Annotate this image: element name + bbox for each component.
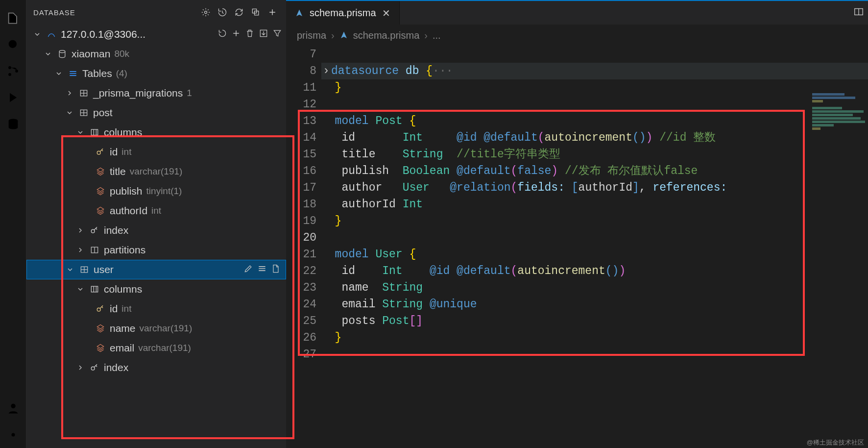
- conn-add-icon[interactable]: [231, 28, 241, 41]
- tables-label: Tables: [82, 68, 112, 79]
- conn-delete-icon[interactable]: [245, 28, 255, 41]
- editor-body[interactable]: 7 8 11 12 13 14 15 16 17 18 19 20 21 22 …: [286, 46, 868, 448]
- activity-run-icon[interactable]: [0, 84, 26, 111]
- sidebar-title: DATABASE: [33, 8, 196, 17]
- user-columns[interactable]: columns: [26, 279, 286, 299]
- plus-icon[interactable]: [265, 5, 279, 19]
- tables-folder[interactable]: Tables (4): [26, 64, 286, 83]
- chevron-down-icon: [32, 30, 42, 38]
- col-name: name: [110, 323, 136, 334]
- svg-point-15: [97, 151, 100, 154]
- database-tree: 127.0.0.1@3306... xiaoman 80k Tables (4): [26, 25, 286, 448]
- chevron-down-icon: [75, 128, 85, 136]
- post-col-title[interactable]: title varchar(191): [26, 162, 286, 181]
- col-type: int: [121, 147, 131, 157]
- activity-scm-icon[interactable]: [0, 58, 26, 84]
- col-type: int: [151, 205, 161, 216]
- column-icon: [95, 206, 106, 216]
- partitions-icon: [89, 245, 100, 255]
- col-name: id: [110, 303, 118, 315]
- column-icon: [95, 343, 106, 353]
- connection-row[interactable]: 127.0.0.1@3306...: [26, 25, 286, 44]
- svg-point-16: [91, 229, 95, 233]
- chevron-right-icon: [75, 246, 85, 254]
- edit-icon[interactable]: [243, 264, 253, 276]
- conn-filter-icon[interactable]: [272, 28, 282, 41]
- tab-schema-prisma[interactable]: schema.prisma ✕: [286, 1, 400, 25]
- database-icon: [57, 49, 68, 59]
- table-prisma-migrations[interactable]: _prisma_migrations 1: [26, 83, 286, 103]
- post-col-authorid[interactable]: authorId int: [26, 201, 286, 221]
- post-partitions[interactable]: partitions: [26, 240, 286, 260]
- svg-rect-19: [91, 286, 97, 292]
- col-type: int: [121, 303, 131, 314]
- minimap[interactable]: [812, 93, 866, 137]
- close-icon[interactable]: ✕: [382, 7, 390, 19]
- activity-account-icon[interactable]: [0, 395, 26, 422]
- post-col-publish[interactable]: publish tinyint(1): [26, 181, 286, 201]
- user-col-email[interactable]: email varchar(191): [26, 338, 286, 358]
- col-name: id: [110, 146, 118, 158]
- mysql-icon: [46, 29, 57, 39]
- post-col-id[interactable]: id int: [26, 142, 286, 162]
- sidebar: DATABASE 127.0.0.1@3306... xiaoman 80k: [26, 0, 286, 448]
- breadcrumb[interactable]: prisma › schema.prisma › ...: [286, 25, 868, 46]
- code-area[interactable]: ›datasource db {··· } model Post { id In…: [321, 46, 868, 448]
- index-label: index: [104, 224, 128, 236]
- crumb-rest: ...: [433, 30, 441, 41]
- list-icon[interactable]: [257, 264, 267, 276]
- svg-point-3: [15, 70, 18, 73]
- user-col-name[interactable]: name varchar(191): [26, 319, 286, 338]
- columns-icon: [89, 284, 100, 294]
- columns-label: columns: [104, 126, 142, 138]
- split-editor-icon[interactable]: [853, 6, 864, 19]
- crumb-file[interactable]: schema.prisma: [353, 30, 420, 41]
- svg-point-5: [11, 404, 15, 408]
- conn-refresh-icon[interactable]: [217, 28, 227, 41]
- col-type: varchar(191): [138, 343, 191, 353]
- conn-export-icon[interactable]: [259, 28, 268, 41]
- svg-point-0: [8, 40, 16, 48]
- activity-search-icon[interactable]: [0, 31, 26, 58]
- user-col-id[interactable]: id int: [26, 299, 286, 319]
- sidebar-header: DATABASE: [26, 0, 286, 25]
- post-index[interactable]: index: [26, 221, 286, 240]
- chevron-down-icon: [65, 266, 75, 274]
- col-name: title: [110, 166, 126, 177]
- crumb-folder[interactable]: prisma: [297, 30, 326, 41]
- newfile-icon[interactable]: [271, 264, 281, 276]
- col-name: email: [110, 342, 134, 354]
- chevron-right-icon: [75, 364, 85, 372]
- table-label: post: [93, 107, 113, 119]
- table-user[interactable]: user: [26, 260, 286, 279]
- history-icon[interactable]: [216, 5, 229, 19]
- table-label: _prisma_migrations: [93, 87, 183, 99]
- line-gutter: 7 8 11 12 13 14 15 16 17 18 19 20 21 22 …: [286, 46, 321, 448]
- user-index[interactable]: index: [26, 358, 286, 377]
- editor-area: schema.prisma ✕ prisma › schema.prisma ›…: [286, 0, 868, 448]
- key-icon: [95, 304, 106, 314]
- collapse-icon[interactable]: [249, 5, 263, 19]
- prisma-icon: [339, 31, 348, 40]
- db-xiaoman[interactable]: xiaoman 80k: [26, 44, 286, 64]
- svg-point-11: [59, 50, 65, 53]
- tables-count: (4): [116, 68, 127, 79]
- table-rowcount: 1: [187, 88, 192, 99]
- chevron-right-icon: [75, 226, 85, 234]
- index-label: index: [104, 362, 128, 373]
- activity-database-icon[interactable]: [0, 111, 26, 137]
- column-icon: [95, 324, 106, 333]
- chevron-down-icon: [43, 50, 53, 58]
- activity-gear-icon[interactable]: [0, 422, 26, 448]
- gear-icon[interactable]: [199, 5, 213, 19]
- activity-files-icon[interactable]: [0, 5, 26, 31]
- column-icon: [95, 186, 106, 196]
- columns-label: columns: [104, 283, 142, 295]
- activity-bar: [0, 0, 26, 448]
- post-columns[interactable]: columns: [26, 123, 286, 142]
- refresh-icon[interactable]: [232, 5, 246, 19]
- key-icon: [89, 363, 100, 373]
- table-post[interactable]: post: [26, 103, 286, 123]
- connection-label: 127.0.0.1@3306...: [61, 28, 145, 40]
- chevron-right-icon: [65, 89, 74, 97]
